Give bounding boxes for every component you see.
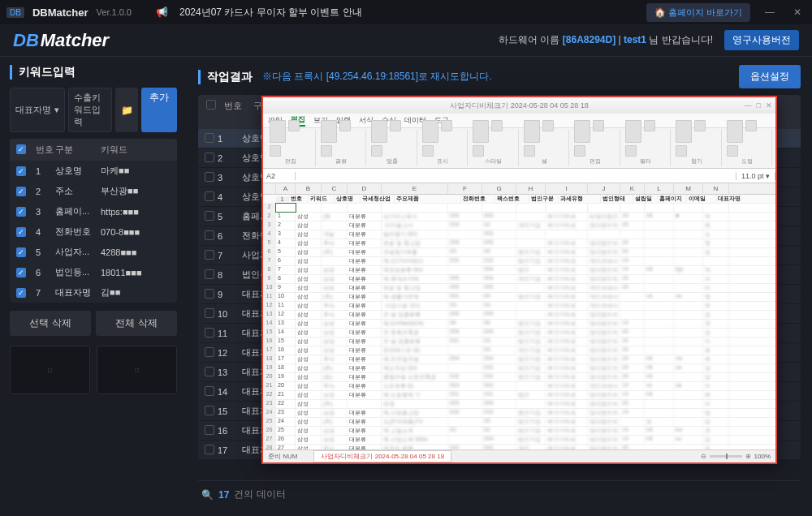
excel-data-row[interactable]: 1514삼성삼성대분류건 토목건축공055055법인기업부가가치세영리법인의20…: [263, 329, 775, 338]
col-header[interactable]: N: [703, 183, 729, 194]
ribbon-icon[interactable]: [625, 120, 641, 143]
col-header[interactable]: G: [482, 183, 516, 194]
cell-reference[interactable]: A2: [263, 172, 296, 180]
excel-sheet-tab[interactable]: 사업자디비체크기 2024-05-28 04 05 28 18: [313, 450, 451, 462]
category-select[interactable]: 대표자명▾: [10, 88, 65, 132]
row-checkbox[interactable]: ✓: [16, 288, 26, 298]
row-checkbox[interactable]: ✓: [16, 227, 26, 237]
thumbnail-2[interactable]: ▫: [97, 346, 177, 394]
excel-data-row[interactable]: 98삼성삼성대분류제.휴대폰카메055054개인기업부가가치세영리법인의20이: [263, 275, 775, 284]
col-header[interactable]: I: [546, 183, 588, 194]
row-checkbox[interactable]: [205, 230, 214, 240]
ribbon-icon[interactable]: [270, 145, 281, 157]
excel-maximize-icon[interactable]: □: [757, 101, 761, 110]
ribbon-icon[interactable]: [676, 120, 692, 143]
add-button[interactable]: 추가: [141, 88, 177, 132]
excel-data-row[interactable]: 2120삼성주식대분류도온유류 01063063부가가치세개인과세사19sssa…: [263, 382, 775, 391]
ribbon-icon[interactable]: [676, 145, 687, 157]
col-header[interactable]: M: [674, 183, 703, 194]
excel-data-row[interactable]: 1312삼성주식대분류건 설 업종분류055055부가가치세영리법인의김: [263, 311, 775, 320]
ribbon-icon[interactable]: [625, 145, 637, 157]
ribbon-icon[interactable]: [321, 145, 332, 157]
ribbon-icon[interactable]: [422, 145, 434, 157]
keyword-row[interactable]: ✓ 1 상호명 마케■■: [10, 161, 177, 181]
ribbon-icon[interactable]: [694, 120, 706, 131]
row-checkbox[interactable]: ✓: [16, 268, 26, 277]
col-header[interactable]: A: [276, 183, 296, 194]
row-checkbox[interactable]: [205, 289, 214, 299]
col-header[interactable]: H: [516, 183, 546, 194]
ribbon-icon[interactable]: [288, 120, 300, 131]
excel-data-row[interactable]: 54삼성주식대분류운송 및 창고업055055부가가치세영리법인의20정: [263, 239, 775, 248]
ribbon-icon[interactable]: [593, 120, 604, 131]
keyword-input[interactable]: 수출키워드입력: [68, 88, 112, 132]
keyword-row[interactable]: ✓ 4 전화번호 070-8■■■: [10, 221, 177, 242]
folder-button[interactable]: 📁: [115, 88, 138, 132]
row-checkbox[interactable]: [205, 445, 214, 454]
excel-data-row[interactable]: 2322삼성(주)판경055055부가가치세영리법인의20이: [263, 400, 775, 409]
ribbon-icon[interactable]: [542, 120, 554, 131]
options-button[interactable]: 옵션설정: [739, 65, 801, 88]
ribbon-icon[interactable]: [473, 145, 484, 157]
row-checkbox[interactable]: [205, 153, 214, 162]
col-header[interactable]: J: [588, 183, 620, 194]
close-button[interactable]: ✕: [789, 4, 806, 20]
row-checkbox[interactable]: [205, 347, 214, 357]
delete-all-button[interactable]: 전체 삭제: [96, 311, 177, 336]
excel-data-row[interactable]: 21삼성(학대분류보기타교육서055055부가가치세비영리법인20htt■박: [263, 213, 775, 221]
col-header[interactable]: K: [620, 183, 645, 194]
minimize-button[interactable]: —: [762, 4, 778, 20]
row-checkbox[interactable]: [205, 133, 214, 143]
thumbnail-1[interactable]: ▫: [10, 346, 90, 394]
row-checkbox[interactable]: [205, 211, 214, 221]
ribbon-icon[interactable]: [727, 145, 738, 157]
ribbon-icon[interactable]: [422, 120, 438, 143]
excel-data-row[interactable]: 32삼성대분류·이미용고서03302개인기업부가가치세영리법인의20최: [263, 221, 775, 230]
excel-data-row[interactable]: 2019삼성(유)대분류종합건설 도토건축공032032법인기업부가가치세영리법…: [263, 373, 775, 382]
ribbon-icon[interactable]: [339, 120, 351, 131]
col-header[interactable]: B: [296, 183, 322, 194]
row-checkbox[interactable]: ✓: [16, 207, 26, 217]
ribbon-icon[interactable]: [574, 120, 590, 143]
row-checkbox[interactable]: [205, 308, 214, 318]
select-all-checkbox[interactable]: ✓: [16, 144, 26, 154]
col-header[interactable]: D: [348, 183, 382, 194]
keyword-row[interactable]: ✓ 5 사업자... 4288■■■: [10, 242, 177, 262]
keyword-row[interactable]: ✓ 7 대표자명 김■■: [10, 282, 177, 303]
ribbon-icon[interactable]: [745, 120, 757, 131]
row-checkbox[interactable]: [205, 328, 214, 338]
excel-data-row[interactable]: 1413삼성삼성대분류제.EXPANSION0606법인기업부가가치세영리법인의…: [263, 320, 775, 329]
delete-selected-button[interactable]: 선택 삭제: [10, 311, 91, 336]
excel-data-row[interactable]: 65삼성(주)대분류건설장기부품0505법인기업부가가치세영리법인의20김: [263, 248, 775, 257]
excel-minimize-icon[interactable]: —: [745, 101, 752, 110]
row-checkbox[interactable]: [205, 191, 214, 201]
col-header[interactable]: L: [645, 183, 674, 194]
zoom-slider[interactable]: [710, 455, 742, 458]
ribbon-icon[interactable]: [371, 145, 382, 157]
excel-grid[interactable]: ABCDEFGHIJKLMN 1번호키워드상호명국세청산업주요제품전화번호팩스번…: [263, 183, 775, 449]
row-checkbox[interactable]: [205, 269, 214, 279]
keyword-row[interactable]: ✓ 3 홈페이... https:■■■: [10, 201, 177, 221]
row-checkbox[interactable]: [205, 250, 214, 260]
excel-data-row[interactable]: 43삼성개일대분류일반쟁기 053053도: [263, 230, 775, 239]
row-checkbox[interactable]: ✓: [16, 166, 26, 176]
ribbon-icon[interactable]: [441, 120, 452, 131]
ribbon-icon[interactable]: [524, 145, 535, 157]
row-checkbox[interactable]: [205, 386, 214, 396]
ribbon-icon[interactable]: [473, 120, 489, 143]
ribbon-icon[interactable]: [321, 120, 337, 143]
zoom-out-icon[interactable]: ⊖: [701, 453, 706, 460]
excel-data-row[interactable]: 1817삼성주식대분류제.진료및건설054054법인기업부가가치세영리법인의20…: [263, 355, 775, 364]
excel-data-row[interactable]: 1716삼성삼성대분류운판매스운 02-02-개인기업부가가치세영리법인의20유: [263, 346, 775, 355]
excel-data-row[interactable]: 1211삼성주식대분류·사업시설 관리02-02-부가가치세개인과세사위: [263, 302, 775, 311]
row-checkbox[interactable]: [205, 406, 214, 415]
excel-close-icon[interactable]: ✕: [766, 101, 772, 110]
col-header[interactable]: E: [382, 183, 448, 194]
excel-data-row[interactable]: 2423삼성삼성대분류제.산업용고압032032법인기업부가가치세영리법인의19…: [263, 409, 775, 418]
ribbon-icon[interactable]: [371, 120, 387, 143]
row-checkbox[interactable]: ✓: [16, 187, 26, 196]
ribbon-icon[interactable]: [270, 120, 286, 143]
ribbon-icon[interactable]: [644, 120, 655, 131]
row-checkbox[interactable]: [205, 367, 214, 376]
excel-data-row[interactable]: 76삼성대분류제.CCTV카메라032032법인기업부가가치세개인과세사19: [263, 257, 775, 266]
